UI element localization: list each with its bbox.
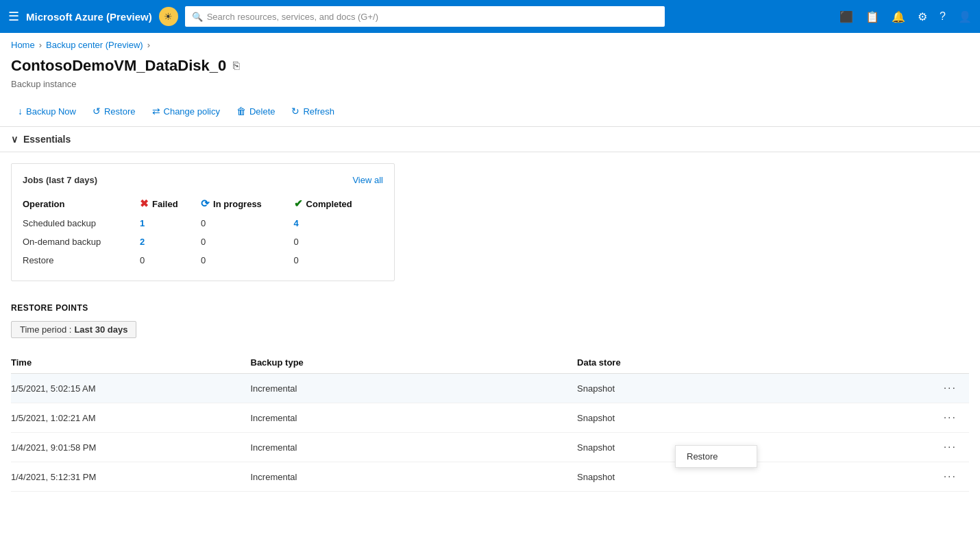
- refresh-icon: ↻: [291, 106, 299, 117]
- delete-icon: 🗑: [236, 106, 246, 117]
- help-icon[interactable]: ?: [940, 10, 946, 23]
- rp-data-store: Snapshot: [577, 374, 904, 403]
- restore-point-row: 1/4/2021, 9:01:58 PMIncrementalSnapshot·…: [11, 433, 969, 462]
- restore-icon: ↺: [93, 106, 101, 117]
- rp-action-cell: ···: [904, 462, 969, 492]
- restore-point-row: 1/5/2021, 5:02:15 AMIncrementalSnapshot·…: [11, 374, 969, 403]
- app-title: Microsoft Azure (Preview): [26, 11, 152, 23]
- col-completed: ✔ Completed: [294, 193, 383, 214]
- search-icon: 🔍: [192, 12, 203, 22]
- rp-data-store: Snapshot: [577, 403, 904, 433]
- time-period-filter[interactable]: Time period : Last 30 days: [11, 321, 136, 338]
- col-failed: ✖ Failed: [140, 193, 201, 214]
- jobs-title: Jobs (last 7 days): [23, 175, 97, 185]
- rp-action-cell: ···: [904, 374, 969, 403]
- rp-action-cell: ···: [904, 433, 969, 462]
- refresh-label: Refresh: [303, 106, 334, 117]
- job-op-1: Scheduled backup: [23, 214, 140, 233]
- bell-icon[interactable]: 🔔: [892, 10, 905, 23]
- rp-backup-type: Incremental: [251, 462, 578, 492]
- rp-time: 1/5/2021, 5:02:15 AM: [11, 374, 251, 403]
- essentials-chevron-icon: ∨: [11, 134, 18, 145]
- essentials-section-header[interactable]: ∨ Essentials: [0, 127, 980, 152]
- row-context-menu-button[interactable]: ···: [940, 440, 961, 455]
- row-context-menu-button[interactable]: ···: [940, 410, 961, 425]
- backup-now-label: Backup Now: [26, 106, 76, 117]
- rp-time: 1/5/2021, 1:02:21 AM: [11, 403, 251, 433]
- search-bar[interactable]: 🔍 Search resources, services, and docs (…: [185, 6, 665, 27]
- page-subtitle: Backup instance: [0, 79, 980, 96]
- breadcrumb-sep-2: ›: [147, 40, 150, 50]
- page-header: ContosoDemoVM_DataDisk_0 ⎘: [0, 54, 980, 79]
- time-period-label: Time period :: [20, 324, 71, 335]
- restore-points-table: Time Backup type Data store 1/5/2021, 5:…: [11, 352, 969, 492]
- context-menu: Restore: [675, 445, 757, 468]
- job-failed-1[interactable]: 1: [140, 218, 145, 228]
- settings-icon[interactable]: ⚙: [918, 10, 927, 23]
- job-inprogress-1: 0: [201, 214, 294, 233]
- col-operation: Operation: [23, 193, 140, 214]
- rp-col-backup-type: Backup type: [251, 352, 578, 374]
- rp-action-cell: ···: [904, 403, 969, 433]
- breadcrumb-home[interactable]: Home: [11, 40, 35, 50]
- user-icon[interactable]: 👤: [958, 10, 972, 23]
- essentials-label: Essentials: [23, 134, 71, 145]
- job-inprogress-2: 0: [201, 233, 294, 251]
- restore-points-section: RESTORE POINTS Time period : Last 30 day…: [0, 292, 980, 492]
- delete-button[interactable]: 🗑 Delete: [230, 102, 282, 121]
- feedback-icon[interactable]: 📋: [866, 10, 879, 23]
- rp-time: 1/4/2021, 9:01:58 PM: [11, 433, 251, 462]
- table-row: Restore 0 0 0: [23, 251, 383, 270]
- restore-button[interactable]: ↺ Restore: [86, 102, 143, 121]
- restore-points-title: RESTORE POINTS: [11, 303, 969, 313]
- rp-backup-type: Incremental: [251, 374, 578, 403]
- completed-status-icon: ✔: [294, 198, 303, 210]
- job-failed-3: 0: [140, 251, 201, 270]
- change-policy-icon: ⇄: [152, 106, 160, 117]
- context-menu-restore[interactable]: Restore: [676, 446, 757, 467]
- table-row: Scheduled backup 1 0 4: [23, 214, 383, 233]
- search-placeholder: Search resources, services, and docs (G+…: [207, 12, 378, 22]
- delete-label: Delete: [249, 106, 275, 117]
- job-completed-2: 0: [294, 233, 383, 251]
- rp-backup-type: Incremental: [251, 403, 578, 433]
- job-failed-2[interactable]: 2: [140, 237, 145, 247]
- view-all-link[interactable]: View all: [352, 175, 383, 185]
- change-policy-label: Change policy: [164, 106, 220, 117]
- restore-label: Restore: [104, 106, 136, 117]
- page-title: ContosoDemoVM_DataDisk_0: [11, 57, 226, 75]
- job-completed-1[interactable]: 4: [294, 218, 299, 228]
- table-row: On-demand backup 2 0 0: [23, 233, 383, 251]
- restore-point-row: 1/5/2021, 1:02:21 AMIncrementalSnapshot·…: [11, 403, 969, 433]
- notification-icon[interactable]: ☀: [159, 7, 178, 26]
- failed-status-icon: ✖: [140, 198, 149, 210]
- copy-icon[interactable]: ⎘: [233, 60, 240, 72]
- hamburger-icon[interactable]: ☰: [8, 9, 19, 24]
- breadcrumb-sep-1: ›: [39, 40, 42, 50]
- jobs-table: Operation ✖ Failed ⟳ In progress ✔: [23, 193, 383, 270]
- top-nav: ☰ Microsoft Azure (Preview) ☀ 🔍 Search r…: [0, 0, 980, 33]
- restore-point-row: 1/4/2021, 5:12:31 PMIncrementalSnapshot·…: [11, 462, 969, 492]
- job-op-2: On-demand backup: [23, 233, 140, 251]
- rp-col-data-store: Data store: [577, 352, 904, 374]
- terminal-icon[interactable]: ⬛: [840, 10, 853, 23]
- rp-time: 1/4/2021, 5:12:31 PM: [11, 462, 251, 492]
- breadcrumb: Home › Backup center (Preview) ›: [0, 33, 980, 54]
- breadcrumb-backup-center[interactable]: Backup center (Preview): [46, 40, 143, 50]
- rp-col-action: [904, 352, 969, 374]
- row-context-menu-button[interactable]: ···: [940, 469, 961, 484]
- nav-icons: ⬛ 📋 🔔 ⚙ ? 👤: [840, 10, 972, 23]
- backup-now-icon: ↓: [18, 106, 23, 117]
- rp-backup-type: Incremental: [251, 433, 578, 462]
- jobs-card: Jobs (last 7 days) View all Operation ✖ …: [11, 163, 395, 281]
- job-op-3: Restore: [23, 251, 140, 270]
- rp-col-time: Time: [11, 352, 251, 374]
- row-context-menu-button[interactable]: ···: [940, 381, 961, 396]
- backup-now-button[interactable]: ↓ Backup Now: [11, 102, 83, 121]
- change-policy-button[interactable]: ⇄ Change policy: [145, 102, 227, 121]
- job-inprogress-3: 0: [201, 251, 294, 270]
- toolbar: ↓ Backup Now ↺ Restore ⇄ Change policy 🗑…: [0, 96, 980, 127]
- in-progress-status-icon: ⟳: [201, 198, 210, 210]
- time-period-value: Last 30 days: [74, 324, 127, 335]
- refresh-button[interactable]: ↻ Refresh: [284, 102, 341, 121]
